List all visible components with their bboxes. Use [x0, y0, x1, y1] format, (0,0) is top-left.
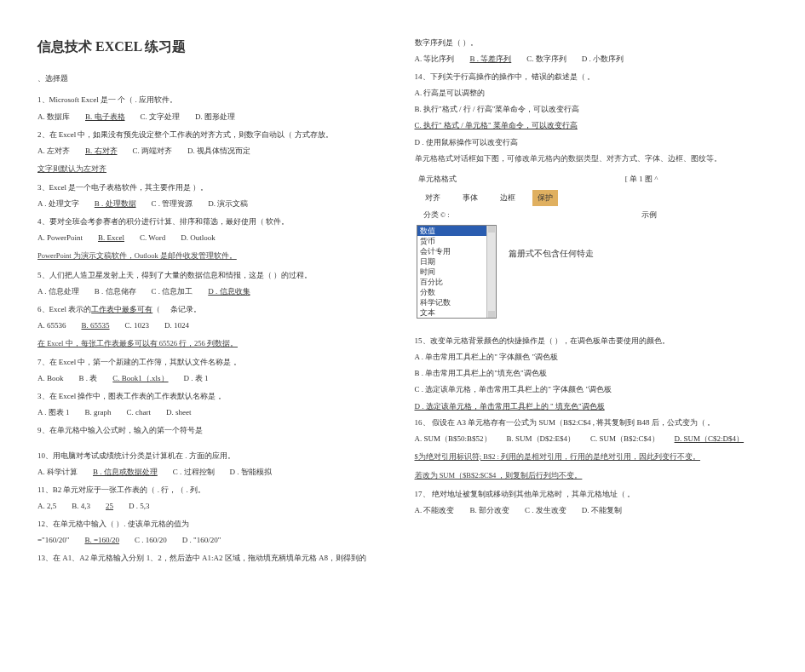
list-item[interactable]: 货币: [417, 236, 496, 246]
dialog-category-list[interactable]: 数值 货币 会计专用 日期 时间 百分比 分数 科学记数 文本 特殊 自定义: [417, 225, 497, 319]
dialog-tab-font[interactable]: 事体: [457, 190, 483, 206]
list-item[interactable]: 会计专用: [417, 246, 496, 256]
q14-opt-d: D . 使用鼠标操作可以改变行高: [415, 135, 768, 150]
doc-title: 信息技术 EXCEL 练习题: [37, 34, 391, 60]
q12-opt-d: D . "160/20": [182, 533, 221, 548]
list-item[interactable]: 分数: [417, 287, 496, 297]
q7-opt-b: B . 表: [79, 371, 98, 386]
page: 信息技术 EXCEL 练习题 、选择题 1、Microsoft Excel 是一…: [0, 0, 805, 672]
q5-opt-b: B . 信息储存: [95, 284, 136, 299]
q14-text: 14、下列关于行高操作的操作中， 错误的叙述是（ 。: [415, 70, 768, 84]
q8-opt-b: B. graph: [85, 405, 112, 420]
q13-tail: 数字序列是（ ）。: [415, 36, 768, 50]
q2-opt-a: A. 左对齐: [37, 144, 70, 158]
q16-opt-a: A. SUM（B$50:B$52）: [415, 432, 492, 446]
q4-opt-c: C. Word: [140, 231, 165, 245]
q3-opt-d: D. 演示文稿: [208, 197, 248, 211]
list-item[interactable]: 文本: [417, 307, 496, 318]
list-item[interactable]: 百分比: [417, 277, 496, 287]
q10-opt-a: A. 科学计算: [37, 465, 78, 480]
q2-opt-c: C. 两端对齐: [133, 144, 173, 158]
q3-options: A . 处理文字 B . 处理数据 C . 管理资源 D. 演示文稿: [37, 197, 391, 211]
cell-format-dialog: 单元格格式 [ 单 1 图 ^ 对齐 事体 边框 保护 分类 © : 示例 数值…: [415, 170, 662, 320]
list-item[interactable]: 数值: [417, 226, 496, 236]
q6-opt-a: A. 65536: [37, 319, 66, 333]
q2-text: 2、在 Excel 中，如果没有预先设定整个工作表的对齐方式，则数字自动以（ 方…: [37, 128, 391, 142]
dialog-body: 数值 货币 会计专用 日期 时间 百分比 分数 科学记数 文本 特殊 自定义 篇…: [415, 221, 662, 320]
dialog-titlebar: 单元格格式 [ 单 1 图 ^: [415, 170, 662, 188]
q11-options: A. 2,5 B. 4,3 25 D . 5,3: [37, 499, 391, 514]
q15-opt-b: B . 单击常用工具栏上的"填充色"调色板: [415, 366, 768, 381]
q17-text: 17、 绝对地址被复制或移动到其他单元格时 ，其单元格地址（ 。: [415, 487, 768, 502]
q4-opt-b: B. Excel: [98, 231, 124, 245]
dialog-sample-text: 篇册式不包含任何特走: [509, 225, 660, 319]
q7-options: A. Book B . 表 C. Book1（.xls） D . 表 1: [37, 371, 391, 386]
q11-opt-d: D . 5,3: [129, 499, 150, 514]
q1-opt-a: A. 数据库: [37, 110, 70, 124]
q3-opt-a: A . 处理文字: [37, 197, 79, 211]
q1-opt-c: C. 文字处理: [141, 110, 181, 124]
dialog-tabs: 对齐 事体 边框 保护: [415, 188, 662, 208]
q11-text: 11、B2 单元对应于一张工作表的（ . 行，（ . 列。: [37, 483, 391, 497]
q16-opt-b: B. SUM（D$2:E$4）: [507, 432, 576, 446]
q12-options: ="160/20" B. =160/20 C . 160/20 D . "160…: [37, 533, 391, 548]
q12-opt-c: C . 160/20: [135, 533, 167, 548]
q3-opt-c: C . 管理资源: [152, 197, 193, 211]
list-item[interactable]: 科学记数: [417, 297, 496, 307]
q11-opt-a: A. 2,5: [37, 499, 56, 514]
q8-opt-a: A . 图表 1: [37, 405, 70, 420]
q6-options: A. 65536 B. 65535 C. 1023 D. 1024: [37, 319, 391, 333]
q10-text: 10、用电脑对考试成绩统计分类是计算机在 . 方面的应用。: [37, 449, 391, 463]
q14-opt-b: B. 执行"格式 / 行 / 行高"菜单命令，可以改变行高: [415, 102, 768, 117]
dialog-sample-label: 示例: [641, 208, 657, 221]
dialog-title: 单元格格式: [418, 172, 457, 187]
q6-opt-d: D. 1024: [164, 319, 189, 333]
q2-options: A. 左对齐 B. 右对齐 C. 两端对齐 D. 视具体情况而定: [37, 144, 391, 158]
q7-opt-d: D . 表 1: [184, 371, 209, 386]
q4-options: A. PowerPoint B. Excel C. Word D. Outloo…: [37, 231, 391, 245]
q8-opt-c: C. chart: [127, 405, 152, 420]
q12-text: 12、在单元格中输入（ ）. 使该单元格的值为: [37, 517, 391, 531]
q15-opt-a: A . 单击常用工具栏上的" 字体颜色 "调色板: [415, 350, 768, 365]
q17-opt-c: C . 发生改变: [525, 503, 566, 518]
dialog-tab-protect[interactable]: 保护: [532, 190, 558, 206]
q16-options: A. SUM（B$50:B$52） B. SUM（D$2:E$4） C. SUM…: [415, 432, 768, 446]
list-item[interactable]: 特殊: [417, 318, 496, 319]
dialog-tab-align[interactable]: 对齐: [420, 190, 446, 206]
q13-text: 13、在 A1、A2 单元格输入分别 1、2，然后选中 A1:A2 区域，拖动填…: [37, 551, 391, 566]
q17-opt-a: A. 不能改变: [415, 503, 455, 518]
q16-opt-c: C. SUM（B$2:C$4）: [590, 432, 659, 446]
q16-note1: $为绝对引用标识符; B$2 : 列用的是相对引用，行用的是绝对引用，因此列变行…: [415, 450, 768, 463]
q4-text: 4、要对全班会考参赛者的积分进行计算、排序和筛选，最好使用（ 软件。: [37, 215, 391, 229]
q2-opt-b: B. 右对齐: [85, 144, 118, 158]
section-head: 、选择题: [37, 72, 391, 86]
q15-text: 15、改变单元格背景颜色的快捷操作是（ ），在调色板单击要使用的颜色。: [415, 334, 768, 348]
q11-opt-b: B. 4,3: [72, 499, 90, 514]
q16-note2: 若改为 SUM（$B$2:$C$4 ，则复制后行列均不变。: [415, 468, 768, 482]
q14-opt-a: A. 行高是可以调整的: [415, 86, 768, 101]
q1-options: A. 数据库 B. 电子表格 C. 文字处理 D. 图形处理: [37, 110, 391, 124]
list-item[interactable]: 日期: [417, 256, 496, 267]
q8-options: A . 图表 1 B. graph C. chart D. sheet: [37, 405, 391, 420]
q13-opt-a: A. 等比序列: [415, 52, 455, 66]
q6-opt-b: B. 65535: [82, 319, 110, 333]
q1-text: 1、Microsoft Excel 是一 个（ . 应用软件。: [37, 93, 391, 107]
q8-opt-d: D. sheet: [166, 405, 192, 420]
dialog-tab-border[interactable]: 边框: [495, 190, 520, 206]
q10-opt-d: D . 智能模拟: [230, 465, 272, 480]
q16-opt-d: D. SUM（C$2:D$4）: [675, 432, 745, 446]
q13-opt-b: B . 等差序列: [470, 52, 512, 66]
q16-text: 16、 假设在 A3 单元格存有一公式为 SUM（B$2:C$4 , 将其复制到…: [415, 416, 768, 430]
listbox-scrollbar[interactable]: [486, 226, 496, 318]
q15-opt-d: D . 选定该单元格，单击常用工具栏上的 " 填充色"调色板: [415, 399, 768, 414]
q9-text: 9、在单元格中输入公式时，输入的第一个符号是: [37, 423, 391, 438]
q3-text: 3、Excel 是一个电子表格软件，其主要作用是 ）。: [37, 181, 391, 195]
q6-opt-c: C. 1023: [125, 319, 150, 333]
list-item[interactable]: 时间: [417, 267, 496, 277]
q1-opt-d: D. 图形处理: [195, 110, 235, 124]
q17-opt-b: B. 部分改变: [470, 503, 510, 518]
q2-opt-d: D. 视具体情况而定: [187, 144, 250, 158]
q7-text: 7、在 Excel 中，第一个新建的工作簿，其默认文件名称是 。: [37, 355, 391, 370]
q10-opt-b: B . 信息或数据处理: [93, 465, 158, 480]
q2-note: 文字则默认为左对齐: [37, 162, 391, 175]
